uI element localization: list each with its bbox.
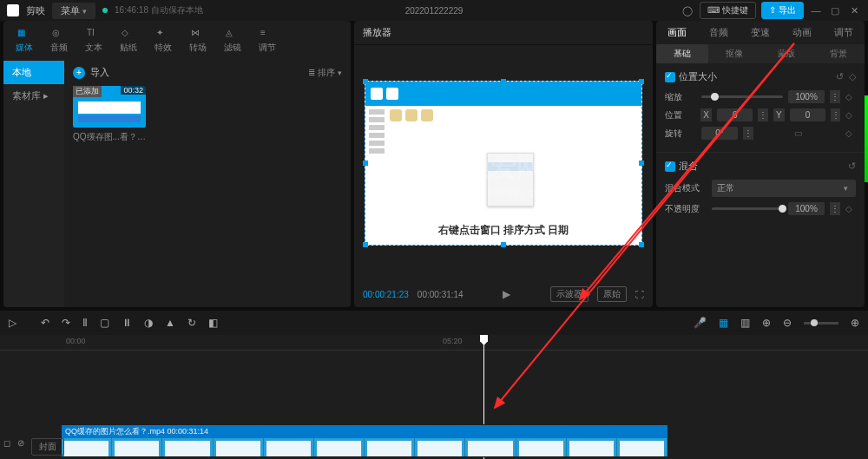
reset-icon[interactable]: ↺	[836, 71, 844, 82]
timeline-ruler[interactable]: 00:00 05:20	[0, 335, 868, 351]
shortcut-button[interactable]: ⌨ 快捷键	[700, 2, 756, 19]
tab-picture[interactable]: 画面	[656, 21, 698, 44]
original-button[interactable]: 原始	[597, 286, 627, 302]
crop-tool[interactable]: ◧	[208, 317, 218, 329]
menu-button[interactable]: 菜单 ▾	[52, 3, 95, 19]
added-badge: 已添加	[73, 86, 102, 97]
tab-text[interactable]: TI文本	[78, 24, 109, 57]
keyframe-icon[interactable]: ◇	[849, 71, 856, 82]
titlebar: 剪映 菜单 ▾ 16:46:18 自动保存本地 202201222229 ◯ ⌨…	[0, 0, 868, 21]
opacity-stepper[interactable]: ⋮	[830, 202, 840, 215]
keyframe-icon[interactable]: ◇	[845, 128, 856, 138]
tab-effects[interactable]: ✦特效	[148, 24, 179, 57]
source-library[interactable]: 素材库 ▸	[3, 84, 64, 108]
help-icon[interactable]: ◯	[681, 5, 694, 16]
pos-y-value[interactable]: 0	[790, 108, 825, 121]
mic-icon[interactable]: 🎤	[694, 317, 707, 329]
app-name: 剪映	[26, 4, 45, 17]
timeline-clip[interactable]: QQ缓存的图片怎么看？.mp4 00:00:31:14	[61, 424, 668, 457]
tab-sticker[interactable]: ◇贴纸	[113, 24, 144, 57]
pos-x-stepper[interactable]: ⋮	[758, 108, 768, 121]
clip-filename: QQ缓存图...看？.mp4	[73, 131, 146, 143]
link-icon[interactable]: ▥	[740, 317, 750, 329]
play-button[interactable]: ▶	[503, 288, 510, 300]
scale-stepper[interactable]: ⋮	[830, 90, 840, 103]
scale-value[interactable]: 100%	[788, 90, 825, 103]
opacity-value[interactable]: 100%	[788, 202, 825, 215]
cover-button[interactable]: 封面	[31, 438, 64, 456]
tab-audio[interactable]: ◎音频	[43, 24, 75, 57]
redo-icon[interactable]: ↷	[62, 317, 70, 329]
scale-slider[interactable]	[701, 95, 783, 98]
save-status-dot	[102, 8, 108, 13]
export-button[interactable]: ⇧ 导出	[761, 2, 804, 19]
window-close[interactable]: ✕	[847, 5, 861, 16]
blend-mode-select[interactable]: 正常▾	[712, 180, 856, 197]
rotate-stepper[interactable]: ⋮	[743, 127, 753, 140]
pos-x-value[interactable]: 0	[717, 108, 753, 121]
pos-y-label: Y	[773, 108, 786, 121]
reset-icon[interactable]: ↺	[848, 161, 856, 172]
delete-tool[interactable]: ▢	[100, 317, 109, 329]
freeze-tool[interactable]: ⏸	[122, 317, 132, 329]
blend-toggle[interactable]	[665, 161, 675, 172]
tab-adjust[interactable]: ≡调节	[252, 24, 283, 57]
reverse-tool[interactable]: ◑	[144, 317, 153, 329]
subtab-basic[interactable]: 基础	[656, 44, 708, 63]
adjust-icon: ≡	[260, 28, 274, 40]
media-panel: ▦媒体 ◎音频 TI文本 ◇贴纸 ✦特效 ⋈转场 ◬滤镜 ≡调节 本地 素材库 …	[3, 21, 351, 307]
pos-y-stepper[interactable]: ⋮	[831, 108, 841, 121]
window-maximize[interactable]: ▢	[828, 5, 842, 16]
track-toggle-icon[interactable]: ◻	[3, 438, 10, 456]
preview-icon[interactable]: ⊕	[762, 317, 771, 329]
app-logo	[7, 4, 19, 16]
filter-icon: ◬	[226, 28, 240, 40]
position-label: 位置	[665, 109, 695, 121]
magnet-on-icon[interactable]: ▦	[719, 317, 728, 329]
audio-icon: ◎	[52, 28, 66, 40]
tab-filter[interactable]: ◬滤镜	[217, 24, 248, 57]
preview-frame[interactable]: 右键点击窗口 排序方式 日期	[365, 81, 642, 246]
clip-duration: 00:32	[121, 86, 146, 95]
zoom-in-icon[interactable]: ⊕	[851, 317, 859, 329]
source-local[interactable]: 本地	[3, 61, 64, 84]
media-thumbnail[interactable]: 已添加 00:32 QQ缓存图...看？.mp4	[73, 86, 146, 143]
timeline-toolbar: ▷ ↶ ↷ Ⅱ ▢ ⏸ ◑ ▲ ↻ ◧ 🎤 ▦ ▥ ⊕ ⊖ ⊕	[0, 311, 868, 335]
subtab-cutout[interactable]: 抠像	[708, 44, 760, 63]
tab-anim[interactable]: 动画	[781, 21, 823, 44]
keyframe-icon[interactable]: ◇	[845, 110, 856, 120]
pointer-tool[interactable]: ▷	[9, 317, 16, 329]
tab-speed[interactable]: 变速	[740, 21, 781, 44]
rotate-tool[interactable]: ↻	[187, 317, 196, 329]
right-accent-bar	[865, 95, 868, 182]
zoom-slider[interactable]	[804, 322, 838, 325]
keyframe-icon[interactable]: ◇	[845, 92, 856, 102]
tab-iaudio[interactable]: 音频	[698, 21, 740, 44]
scope-button[interactable]: 示波器	[550, 286, 589, 302]
zoom-out-icon[interactable]: ⊖	[783, 317, 792, 329]
tab-media[interactable]: ▦媒体	[9, 24, 40, 57]
import-button[interactable]: +	[73, 67, 85, 79]
track-lock-icon[interactable]: ⊘	[17, 438, 24, 456]
subtab-mask[interactable]: 蒙版	[760, 44, 812, 63]
sort-button[interactable]: ≣ 排序 ▾	[308, 67, 342, 79]
rotate-value[interactable]: 0°	[701, 127, 738, 140]
window-minimize[interactable]: —	[809, 5, 823, 16]
keyframe-icon[interactable]: ◇	[845, 204, 856, 213]
player-controls: 00:00:21:23 00:00:31:14 ▶ 示波器 原始 ⛶	[354, 281, 653, 307]
ratio-lock-icon[interactable]: ▭	[794, 128, 805, 138]
subtab-bg[interactable]: 背景	[812, 44, 865, 63]
effects-icon: ✦	[156, 28, 170, 40]
player-viewport[interactable]: 右键点击窗口 排序方式 日期 硕爱网 www.sxiaw.com	[354, 45, 653, 281]
fullscreen-icon[interactable]: ⛶	[635, 290, 644, 299]
tab-iadjust[interactable]: 调节	[823, 21, 865, 44]
timeline[interactable]: 00:00 05:20 QQ缓存的图片怎么看？.mp4 00:00:31:14 …	[0, 335, 868, 459]
split-tool[interactable]: Ⅱ	[82, 317, 88, 329]
mirror-tool[interactable]: ▲	[165, 317, 175, 329]
autosave-text: 16:46:18 自动保存本地	[115, 4, 203, 16]
inspector-panel: 画面 音频 变速 动画 调节 基础 抠像 蒙版 背景 位置大小 ↺◇ 缩放 10…	[656, 21, 865, 307]
tab-transition[interactable]: ⋈转场	[182, 24, 214, 57]
undo-icon[interactable]: ↶	[41, 317, 49, 329]
opacity-slider[interactable]	[712, 207, 783, 210]
position-size-toggle[interactable]	[665, 72, 675, 82]
